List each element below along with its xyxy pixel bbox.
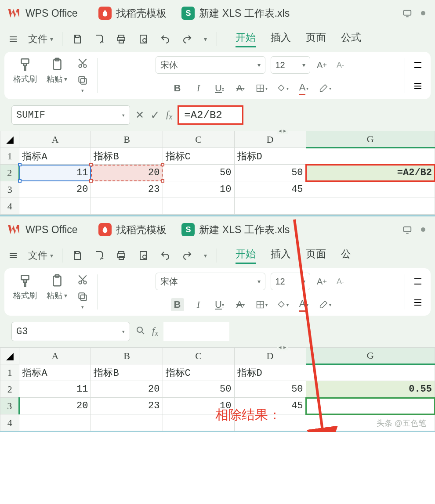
cell[interactable]: 20 [91, 381, 163, 398]
align-icon-1[interactable] [411, 58, 424, 72]
tab-start[interactable]: 开始 [236, 31, 256, 47]
col-header[interactable]: G [306, 131, 435, 148]
cell[interactable]: 50 [163, 165, 234, 181]
cell[interactable]: 指标D [234, 364, 306, 381]
align-icon-2[interactable] [411, 296, 424, 309]
fill-color-icon[interactable]: ▾ [276, 82, 290, 95]
eraser-icon[interactable]: ▾ [319, 298, 332, 311]
zoom-icon[interactable] [135, 325, 146, 338]
border-icon[interactable]: ▾ [255, 82, 268, 95]
undo-icon[interactable] [156, 26, 175, 52]
hamburger-menu[interactable] [4, 26, 22, 52]
cell[interactable]: 指标C [163, 148, 234, 165]
cell[interactable]: 23 [91, 181, 163, 198]
font-size-select[interactable]: 12▾ [271, 56, 310, 74]
tab-document[interactable]: S 新建 XLS 工作表.xls [175, 0, 296, 26]
print-preview-icon[interactable] [134, 243, 153, 268]
cell[interactable]: 20 [19, 398, 91, 414]
col-header[interactable]: B [91, 131, 163, 148]
tab-formula[interactable]: 公 [341, 247, 351, 264]
cancel-formula-icon[interactable]: ✕ [135, 109, 144, 121]
cell[interactable]: 指标B [91, 148, 163, 165]
underline-icon[interactable]: U▾ [213, 82, 226, 95]
save-as-icon[interactable] [90, 26, 109, 52]
cell[interactable]: 50 [163, 381, 234, 398]
cut-icon[interactable] [74, 273, 91, 286]
fx-icon[interactable]: fx [152, 325, 158, 338]
col-header[interactable]: C [163, 348, 234, 364]
italic-icon[interactable]: I [192, 82, 205, 95]
tab-document[interactable]: S 新建 XLS 工作表.xls [175, 216, 296, 243]
col-header[interactable]: G [306, 348, 435, 364]
cell[interactable] [306, 364, 435, 381]
cell-g2-result[interactable]: 0.55 [306, 381, 435, 398]
strikethrough-icon[interactable]: A▾ [234, 298, 247, 311]
italic-icon[interactable]: I [192, 298, 205, 311]
font-decrease-icon[interactable]: A- [334, 275, 347, 288]
tab-insert[interactable]: 插入 [271, 247, 291, 264]
cell-a2[interactable]: 11 [19, 165, 91, 181]
font-increase-icon[interactable]: A+ [315, 58, 329, 72]
format-painter-button[interactable]: 格式刷 [11, 273, 40, 302]
cell[interactable]: 20 [19, 181, 91, 198]
redo-icon[interactable] [178, 26, 197, 52]
cell[interactable]: 50 [234, 165, 306, 181]
col-header[interactable]: B [91, 348, 163, 364]
tab-templates[interactable]: 找稻壳模板 [92, 0, 173, 26]
cell-b2[interactable]: 20 [91, 165, 163, 181]
cell[interactable]: 10 [163, 181, 234, 198]
format-painter-button[interactable]: 格式刷 [11, 56, 40, 85]
cell[interactable] [306, 181, 435, 198]
column-expand-icon[interactable]: ◂ ▸ [277, 344, 288, 350]
col-header[interactable]: C [163, 131, 234, 148]
screen-icon[interactable] [402, 8, 412, 18]
name-box[interactable]: G3▾ [11, 322, 130, 341]
eraser-icon[interactable]: ▾ [319, 82, 332, 95]
tab-templates[interactable]: 找稻壳模板 [92, 216, 173, 243]
copy-icon[interactable]: ▾ [74, 74, 91, 94]
align-icon-1[interactable] [411, 275, 424, 288]
row-header[interactable]: 2 [0, 165, 19, 181]
font-color-icon[interactable]: A▾ [297, 298, 311, 311]
save-icon[interactable] [68, 243, 87, 268]
font-size-select[interactable]: 12▾ [271, 273, 310, 290]
cell[interactable]: 指标C [163, 364, 234, 381]
cell-g2-formula[interactable]: =A2/B2 [306, 165, 435, 181]
select-all-corner[interactable]: ◢ [0, 348, 19, 364]
more-dot-icon[interactable] [421, 11, 425, 15]
cell[interactable]: 45 [234, 181, 306, 198]
bold-icon[interactable]: B [171, 298, 184, 311]
cell-g3-selected[interactable] [306, 398, 435, 414]
cut-icon[interactable] [74, 57, 91, 70]
strikethrough-icon[interactable]: A▾ [234, 82, 247, 95]
row-header[interactable]: 1 [0, 364, 19, 381]
select-all-corner[interactable]: ◢ [0, 131, 19, 148]
cell[interactable]: 指标A [19, 364, 91, 381]
save-icon[interactable] [68, 26, 87, 52]
tab-start[interactable]: 开始 [236, 247, 256, 264]
cell[interactable] [306, 148, 435, 165]
row-header[interactable]: 3 [0, 398, 19, 414]
font-name-select[interactable]: 宋体▾ [156, 56, 265, 74]
font-increase-icon[interactable]: A+ [315, 275, 329, 288]
name-box[interactable]: SUMIF▾ [11, 105, 130, 125]
more-dropdown[interactable]: ▾ [199, 243, 211, 268]
col-header[interactable]: D [234, 131, 306, 148]
font-decrease-icon[interactable]: A- [334, 58, 347, 72]
formula-input[interactable]: =A2/B2 [178, 105, 243, 125]
copy-icon[interactable]: ▾ [74, 290, 91, 311]
col-header[interactable]: D [234, 348, 306, 364]
cell[interactable]: 11 [19, 381, 91, 398]
more-dropdown[interactable]: ▾ [199, 26, 211, 52]
cell[interactable]: 指标B [91, 364, 163, 381]
file-menu[interactable]: 文件▾ [25, 243, 57, 268]
print-preview-icon[interactable] [134, 26, 153, 52]
row-header[interactable]: 4 [0, 414, 19, 431]
row-header[interactable]: 2 [0, 381, 19, 398]
undo-icon[interactable] [156, 243, 175, 268]
tab-formula[interactable]: 公式 [341, 31, 361, 47]
fill-color-icon[interactable]: ▾ [276, 298, 290, 311]
tab-insert[interactable]: 插入 [271, 31, 291, 47]
font-color-icon[interactable]: A▾ [297, 82, 311, 95]
cell[interactable] [19, 198, 91, 215]
